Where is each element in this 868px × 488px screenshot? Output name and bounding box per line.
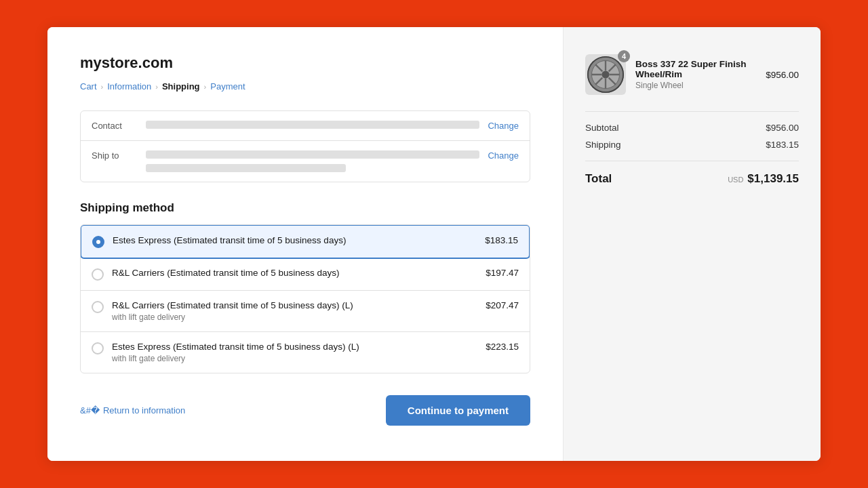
- shipping-label: Shipping: [585, 140, 621, 150]
- product-name: Boss 337 22 Super Finish Wheel/Rim: [635, 59, 756, 79]
- right-panel: 4 Boss 337 22 Super Finish Wheel/Rim Sin…: [563, 27, 821, 461]
- shipto-value: [146, 150, 479, 172]
- subtotal-row: Subtotal $956.00: [585, 123, 799, 133]
- product-variant: Single Wheel: [635, 81, 756, 90]
- chevron-left-icon: &#�: [80, 405, 100, 415]
- option-price-3: $207.47: [486, 300, 519, 310]
- info-box: Contact Change Ship to Change: [80, 110, 530, 182]
- breadcrumb-information[interactable]: Information: [107, 81, 151, 92]
- shipping-row: Shipping $183.15: [585, 140, 799, 150]
- option-content-1: Estes Express (Estimated transit time of…: [113, 235, 477, 245]
- breadcrumb-payment: Payment: [210, 81, 245, 92]
- option-label-2: R&L Carriers (Estimated transit time of …: [112, 268, 477, 278]
- breadcrumb-shipping: Shipping: [162, 81, 200, 92]
- radio-3: [92, 301, 104, 313]
- wheel-icon: [587, 56, 625, 94]
- contact-label: Contact: [92, 121, 146, 131]
- shipping-options: Estes Express (Estimated transit time of…: [80, 224, 530, 373]
- option-content-2: R&L Carriers (Estimated transit time of …: [112, 268, 477, 278]
- breadcrumb-sep-1: ›: [101, 83, 104, 91]
- shipto-row: Ship to Change: [81, 141, 530, 182]
- subtotal-label: Subtotal: [585, 123, 619, 133]
- radio-4: [92, 342, 104, 354]
- left-panel: mystore.com Cart › Information › Shippin…: [47, 27, 563, 461]
- shipping-option-4[interactable]: Estes Express (Estimated transit time of…: [81, 332, 530, 373]
- contact-skeleton: [146, 121, 479, 129]
- option-price-1: $183.15: [485, 235, 518, 245]
- shipto-skeleton-2: [146, 164, 346, 172]
- contact-row: Contact Change: [81, 111, 530, 141]
- total-label: Total: [585, 172, 612, 186]
- product-price: $956.00: [766, 70, 799, 80]
- divider-1: [585, 111, 799, 112]
- option-label-3: R&L Carriers (Estimated transit time of …: [112, 300, 477, 310]
- shipping-option-2[interactable]: R&L Carriers (Estimated transit time of …: [81, 258, 530, 291]
- svg-point-2: [601, 70, 609, 78]
- total-value-wrap: USD $1,139.15: [728, 172, 799, 186]
- total-value: $1,139.15: [747, 172, 799, 186]
- subtotal-value: $956.00: [766, 123, 799, 133]
- breadcrumb-sep-3: ›: [204, 83, 207, 91]
- total-row: Total USD $1,139.15: [585, 172, 799, 186]
- shipto-change-link[interactable]: Change: [488, 150, 519, 161]
- radio-1: [92, 236, 104, 248]
- option-sub-4: with lift gate delivery: [112, 354, 477, 363]
- shipping-option-3[interactable]: R&L Carriers (Estimated transit time of …: [81, 291, 530, 332]
- contact-value: [146, 121, 479, 129]
- shipping-value: $183.15: [766, 140, 799, 150]
- option-sub-3: with lift gate delivery: [112, 312, 477, 322]
- breadcrumb-cart[interactable]: Cart: [80, 81, 97, 92]
- footer-actions: &#� Return to information Continue to pa…: [80, 395, 530, 426]
- continue-to-payment-button[interactable]: Continue to payment: [386, 395, 530, 426]
- option-price-2: $197.47: [486, 268, 519, 278]
- total-label-wrap: Total: [585, 172, 612, 186]
- return-to-information-link[interactable]: &#� Return to information: [80, 405, 185, 415]
- shipto-skeleton-1: [146, 150, 479, 159]
- option-label-4: Estes Express (Estimated transit time of…: [112, 342, 477, 352]
- shipto-label: Ship to: [92, 150, 146, 161]
- main-container: mystore.com Cart › Information › Shippin…: [47, 27, 821, 461]
- divider-2: [585, 161, 799, 161]
- shipping-method-title: Shipping method: [80, 201, 530, 215]
- contact-change-link[interactable]: Change: [488, 121, 519, 131]
- store-title: mystore.com: [80, 54, 530, 72]
- option-label-1: Estes Express (Estimated transit time of…: [113, 235, 477, 245]
- option-content-4: Estes Express (Estimated transit time of…: [112, 342, 477, 363]
- product-badge: 4: [618, 50, 630, 62]
- product-info: Boss 337 22 Super Finish Wheel/Rim Singl…: [635, 59, 756, 90]
- option-content-3: R&L Carriers (Estimated transit time of …: [112, 300, 477, 322]
- product-row: 4 Boss 337 22 Super Finish Wheel/Rim Sin…: [585, 54, 799, 95]
- return-link-label: Return to information: [103, 405, 185, 415]
- total-usd: USD: [728, 176, 743, 184]
- shipping-option-1[interactable]: Estes Express (Estimated transit time of…: [80, 224, 530, 259]
- breadcrumb: Cart › Information › Shipping › Payment: [80, 81, 530, 92]
- radio-2: [92, 268, 104, 281]
- product-image-wrap: 4: [585, 54, 626, 95]
- option-price-4: $223.15: [486, 342, 519, 352]
- breadcrumb-sep-2: ›: [155, 83, 158, 91]
